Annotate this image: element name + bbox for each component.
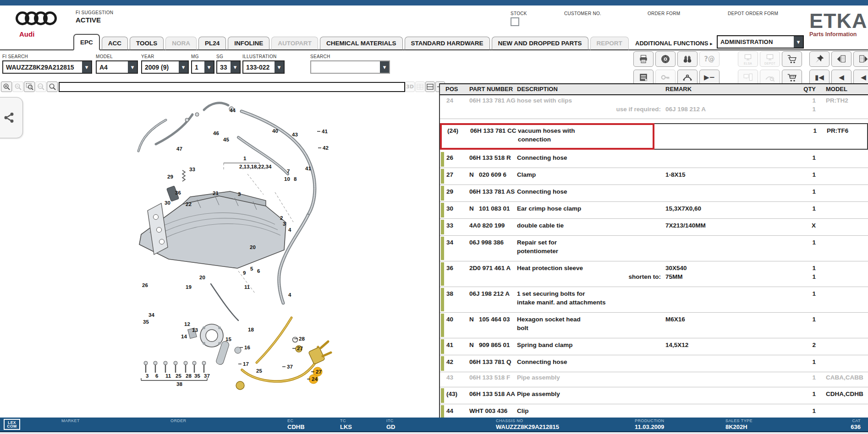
- axle-button[interactable]: [677, 70, 698, 85]
- illustration-dropdown[interactable]: 133-022: [242, 60, 285, 74]
- part-callout-29[interactable]: 29: [167, 174, 173, 179]
- table-row-pos-33[interactable]: 334A0 820 199double cable tie7X213/140MM…: [440, 219, 868, 236]
- part-callout-46[interactable]: 46: [213, 130, 219, 136]
- list-button[interactable]: [633, 70, 654, 85]
- nav-prev-button[interactable]: ◀: [831, 70, 852, 85]
- part-callout-43[interactable]: 43: [292, 132, 298, 137]
- tab-new-and-dropped-parts[interactable]: NEW AND DROPPED PARTS: [492, 37, 588, 50]
- tab-standard-hardware[interactable]: STANDARD HARDWARE: [405, 37, 490, 50]
- part-callout-2[interactable]: 2: [280, 215, 283, 221]
- year-dropdown[interactable]: 2009 (9): [141, 60, 189, 74]
- part-callout-27[interactable]: 27: [297, 346, 303, 351]
- fi-search-dropdown[interactable]: WAUZZZ8K29A212815: [2, 60, 92, 74]
- part-callout-37[interactable]: 37: [204, 373, 210, 379]
- chevron-down-icon[interactable]: [275, 61, 284, 73]
- table-row-pos-30[interactable]: 30N 101 083 01Ear crimp hose clamp15,3X7…: [440, 202, 868, 219]
- chevron-down-icon[interactable]: [794, 36, 803, 48]
- part-callout-25[interactable]: 25: [176, 373, 181, 379]
- table-row-pos-24[interactable]: 2406H 133 781 AGhose set with clips1PR:T…: [440, 95, 868, 119]
- table-row-pos-27[interactable]: 27N 020 609 6Clamp1-8X151: [440, 168, 868, 185]
- part-callout-16[interactable]: 16: [244, 345, 250, 350]
- part-callout-24[interactable]: 24: [312, 376, 318, 382]
- part-callout-18[interactable]: 18: [248, 327, 254, 332]
- expand-button[interactable]: ▶−: [699, 70, 720, 85]
- additional-functions-menu[interactable]: ADDITIONAL FUNCTIONS: [635, 40, 713, 47]
- table-row-pos-29[interactable]: 2906H 133 781 ASConnecting hose1: [440, 185, 868, 202]
- part-callout-20[interactable]: 20: [199, 275, 205, 280]
- table-row-pos-36[interactable]: 362D0 971 461 AHeat protection sleeve30X…: [440, 261, 868, 287]
- part-callout-2-13-18-22-34[interactable]: 2,13,18,22,34: [239, 164, 272, 169]
- cart-button[interactable]: [782, 70, 802, 85]
- table-row-pos-42[interactable]: 4206H 133 781 QConnecting hose1: [440, 355, 868, 372]
- table-row-pos-34[interactable]: 3406J 998 386Repair set for1potentiomete…: [440, 236, 868, 261]
- part-callout-3[interactable]: 3: [146, 373, 148, 379]
- part-callout-4[interactable]: 4: [288, 292, 291, 298]
- part-callout-20[interactable]: 20: [250, 244, 256, 250]
- search-dropdown[interactable]: [310, 60, 390, 74]
- part-callout-40[interactable]: 40: [272, 128, 278, 134]
- part-callout-8[interactable]: 8: [294, 176, 297, 182]
- part-callout-11[interactable]: 11: [244, 284, 250, 290]
- chevron-down-icon[interactable]: [231, 61, 240, 73]
- part-callout-35[interactable]: 35: [143, 319, 149, 325]
- part-callout-17[interactable]: 17: [243, 361, 249, 367]
- nav-first-button[interactable]: ▮◀: [809, 70, 830, 85]
- chevron-down-icon[interactable]: [82, 61, 91, 73]
- mg-dropdown[interactable]: 1: [191, 60, 214, 74]
- part-callout-15[interactable]: 15: [225, 336, 231, 342]
- nav-back-button[interactable]: ◀: [853, 70, 868, 85]
- part-callout-6[interactable]: 6: [257, 268, 260, 274]
- parts-illustration[interactable]: 4446454043414247293336302221312,13,18,22…: [0, 87, 463, 418]
- sg-dropdown[interactable]: 33: [216, 60, 241, 74]
- tab-acc[interactable]: ACC: [102, 37, 128, 50]
- part-callout-36[interactable]: 36: [175, 190, 181, 195]
- part-callout-10[interactable]: 10: [284, 176, 290, 182]
- table-row-pos-41[interactable]: 41N 909 865 01Spring band clamp14,5X122: [440, 338, 868, 355]
- part-callout-25[interactable]: 25: [256, 368, 262, 374]
- part-callout-14[interactable]: 14: [181, 334, 187, 339]
- part-callout-47[interactable]: 47: [176, 146, 182, 152]
- tab-pl24[interactable]: PL24: [198, 37, 226, 50]
- part-callout-7[interactable]: 7: [287, 168, 290, 174]
- tab-chemical-materials[interactable]: CHEMICAL MATERIALS: [320, 37, 403, 50]
- table-row-pos-43[interactable]: (43)06H 133 518 AAPipe assembly1CDHA,CDH…: [440, 387, 868, 404]
- table-row-pos-26[interactable]: 2606H 133 518 RConnecting hose1: [440, 151, 868, 168]
- print-button[interactable]: [633, 51, 654, 67]
- page-next-button[interactable]: [853, 51, 868, 67]
- tab-tools[interactable]: TOOLS: [130, 37, 164, 50]
- table-row-pos-38[interactable]: 3806J 198 212 A1 set securing bolts for1…: [440, 287, 868, 313]
- part-callout-4[interactable]: 4: [288, 227, 291, 233]
- part-callout-45[interactable]: 45: [223, 137, 229, 142]
- table-row-pos-44[interactable]: 44WHT 003 436Clip1: [440, 404, 868, 418]
- part-callout-22[interactable]: 22: [186, 201, 192, 207]
- chevron-down-icon[interactable]: [380, 61, 389, 73]
- chevron-down-icon[interactable]: [204, 61, 214, 73]
- part-callout-27[interactable]: 27: [316, 369, 322, 374]
- tab-infoline[interactable]: INFOLINE: [228, 37, 269, 50]
- part-callout-28[interactable]: 28: [299, 336, 305, 342]
- chevron-down-icon[interactable]: [179, 61, 188, 73]
- part-callout-12[interactable]: 12: [184, 321, 190, 327]
- part-callout-21[interactable]: 21: [213, 190, 219, 196]
- page-prev-button[interactable]: [831, 51, 852, 67]
- table-row-pos-24[interactable]: (24)06H 133 781 CCvacuum hoses with1PR:T…: [440, 123, 868, 150]
- stock-checkbox[interactable]: [511, 17, 519, 26]
- pin-button[interactable]: [809, 51, 830, 67]
- part-callout-38[interactable]: 38: [176, 381, 182, 387]
- part-callout-1[interactable]: 1: [243, 156, 247, 161]
- part-callout-37[interactable]: 37: [287, 364, 293, 369]
- part-callout-9[interactable]: 9: [243, 270, 246, 276]
- part-callout-19[interactable]: 19: [186, 284, 192, 290]
- part-callout-33[interactable]: 33: [189, 167, 195, 172]
- part-callout-42[interactable]: 42: [323, 145, 329, 151]
- cart-transfer-button[interactable]: [782, 51, 802, 67]
- model-dropdown[interactable]: A4: [96, 60, 138, 74]
- part-callout-13[interactable]: 13: [192, 327, 198, 333]
- part-callout-3[interactable]: 3: [238, 191, 241, 197]
- part-callout-6[interactable]: 6: [155, 373, 158, 379]
- part-callout-26[interactable]: 26: [142, 282, 148, 288]
- part-callout-41[interactable]: 41: [322, 129, 328, 134]
- part-callout-3[interactable]: 3: [283, 221, 286, 227]
- part-callout-5[interactable]: 5: [250, 266, 253, 271]
- part-callout-28[interactable]: 28: [186, 373, 192, 379]
